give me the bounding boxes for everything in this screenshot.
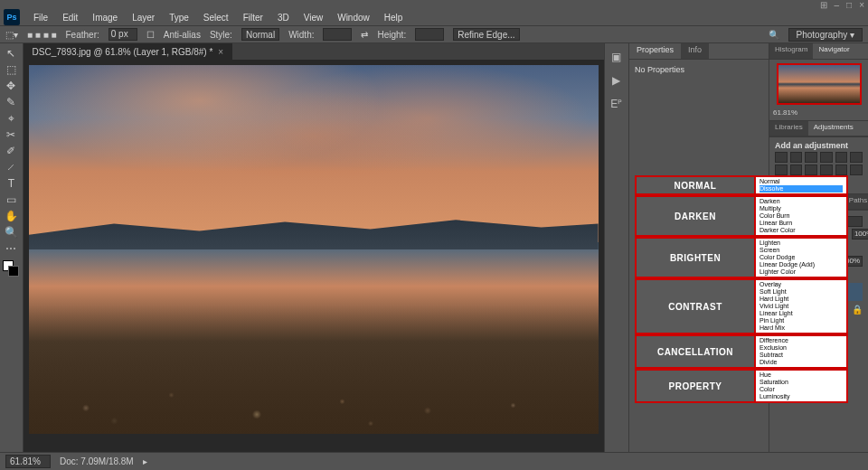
blend-mode-option[interactable]: Screen: [760, 247, 843, 254]
adj-icon[interactable]: [790, 164, 803, 175]
blend-mode-option[interactable]: Divide: [760, 359, 843, 366]
document-tab[interactable]: DSC_7893.jpg @ 61.8% (Layer 1, RGB/8#) *…: [24, 43, 233, 60]
hand-tool[interactable]: ✋: [1, 208, 21, 224]
blend-mode-option[interactable]: Vivid Light: [760, 303, 843, 310]
shape-tool[interactable]: ▭: [1, 192, 21, 208]
navigator-zoom[interactable]: 61.81%: [773, 108, 797, 117]
type-tool[interactable]: T: [1, 175, 21, 192]
history-icon[interactable]: ▣: [609, 49, 625, 65]
menu-edit[interactable]: Edit: [56, 11, 84, 24]
ep-icon[interactable]: Eᴾ: [609, 96, 625, 112]
adj-icon[interactable]: [805, 152, 817, 163]
maximize-icon[interactable]: □: [846, 0, 852, 10]
menu-image[interactable]: Image: [86, 11, 124, 24]
zoom-tool[interactable]: 🔍: [1, 224, 21, 240]
blend-mode-option[interactable]: Color: [760, 386, 843, 393]
adj-icon[interactable]: [820, 164, 833, 175]
menu-filter[interactable]: Filter: [237, 11, 269, 24]
blend-category-contrast: CONTRAST: [635, 278, 756, 334]
chevron-right-icon[interactable]: ▸: [143, 456, 147, 466]
menu-select[interactable]: Select: [197, 11, 235, 24]
menu-window[interactable]: Window: [331, 11, 376, 24]
feather-input[interactable]: 0 px: [108, 28, 137, 41]
adj-icon[interactable]: [790, 152, 803, 163]
wand-tool[interactable]: ✎: [1, 94, 21, 110]
blend-mode-option[interactable]: Hue: [760, 371, 843, 379]
refine-edge-button[interactable]: Refine Edge...: [453, 28, 519, 41]
close-tab-icon[interactable]: ×: [218, 47, 223, 57]
menu-type[interactable]: Type: [163, 11, 195, 24]
blend-mode-option[interactable]: Difference: [760, 337, 843, 344]
close-icon[interactable]: ×: [859, 0, 864, 10]
height-input[interactable]: [415, 28, 444, 41]
tab-info[interactable]: Info: [681, 43, 709, 59]
width-input[interactable]: [323, 28, 352, 41]
blend-mode-option[interactable]: Darker Color: [760, 227, 843, 234]
blend-mode-option[interactable]: Hard Mix: [760, 324, 843, 332]
blend-mode-option[interactable]: Subtract: [760, 352, 843, 359]
collapsed-panels: ▣ ▶ Eᴾ: [604, 43, 628, 452]
blend-mode-option[interactable]: Overlay: [760, 281, 843, 288]
pen-tool[interactable]: ⟋: [1, 159, 21, 175]
menu-layer[interactable]: Layer: [126, 11, 161, 24]
search-icon[interactable]: 🔍: [769, 30, 779, 40]
adj-icon[interactable]: [850, 152, 863, 163]
tab-adjustments[interactable]: Adjustments: [808, 121, 859, 136]
blend-mode-option[interactable]: Darken: [760, 198, 843, 205]
adj-icon[interactable]: [775, 152, 788, 163]
blend-mode-option[interactable]: Linear Dodge (Add): [760, 261, 843, 268]
blend-mode-option[interactable]: Multiply: [760, 205, 843, 212]
menu-3d[interactable]: 3D: [271, 11, 296, 24]
blend-group-list: DifferenceExclusionSubtractDivide: [756, 334, 848, 369]
tab-properties[interactable]: Properties: [629, 43, 681, 59]
menu-view[interactable]: View: [297, 11, 330, 24]
blend-mode-option[interactable]: Dissolve: [760, 185, 843, 193]
actions-icon[interactable]: ▶: [609, 72, 625, 89]
menu-help[interactable]: Help: [378, 11, 410, 24]
tab-histogram[interactable]: Histogram: [769, 43, 813, 59]
menu-file[interactable]: File: [27, 11, 54, 24]
style-select[interactable]: Normal: [241, 28, 279, 41]
blend-mode-option[interactable]: Saturation: [760, 379, 843, 386]
antialias-label: Anti-alias: [164, 30, 201, 40]
adj-icon[interactable]: [805, 164, 817, 175]
move-tool[interactable]: ↖: [1, 45, 21, 61]
blend-mode-option[interactable]: Lighter Color: [760, 268, 843, 276]
lasso-tool[interactable]: ✥: [1, 78, 21, 94]
blend-group-list: OverlaySoft LightHard LightVivid LightLi…: [756, 278, 848, 334]
blend-mode-option[interactable]: Soft Light: [760, 288, 843, 296]
tab-navigator[interactable]: Navigator: [813, 43, 854, 59]
marquee-icon[interactable]: ⬚▾: [5, 30, 18, 40]
navigator-thumbnail[interactable]: [777, 63, 862, 105]
adj-icon[interactable]: [835, 152, 848, 163]
blend-mode-option[interactable]: Color Burn: [760, 212, 843, 220]
blend-mode-option[interactable]: Linear Burn: [760, 220, 843, 227]
blend-mode-option[interactable]: Luminosity: [760, 393, 843, 400]
blend-mode-option[interactable]: Color Dodge: [760, 254, 843, 261]
canvas[interactable]: [29, 65, 599, 434]
eyedropper-tool[interactable]: ✂: [1, 127, 21, 143]
marquee-tool[interactable]: ⬚: [1, 61, 21, 78]
blend-mode-option[interactable]: Pin Light: [760, 317, 843, 324]
brush-tool[interactable]: ✐: [1, 143, 21, 159]
minimize-icon[interactable]: –: [835, 0, 840, 10]
blend-mode-option[interactable]: Hard Light: [760, 296, 843, 303]
blend-mode-option[interactable]: Normal: [760, 178, 843, 185]
crop-tool[interactable]: ⌖: [1, 110, 21, 127]
blend-mode-option[interactable]: Lighten: [760, 240, 843, 247]
blend-category-darken: DARKEN: [635, 195, 756, 237]
app-logo: Ps: [4, 9, 20, 25]
adj-icon[interactable]: [775, 164, 788, 175]
adj-icon[interactable]: [835, 164, 848, 175]
blend-mode-option[interactable]: Exclusion: [760, 344, 843, 352]
adj-icon[interactable]: [820, 152, 833, 163]
color-swatch[interactable]: [3, 260, 19, 277]
more-tools[interactable]: ⋯: [1, 240, 21, 257]
zoom-input[interactable]: 61.81%: [5, 455, 51, 468]
workspace-select[interactable]: Photography ▾: [788, 28, 863, 42]
blend-mode-option[interactable]: Linear Light: [760, 310, 843, 317]
adj-icon[interactable]: [850, 164, 863, 175]
opacity-input[interactable]: 100%: [852, 229, 868, 240]
tab-libraries[interactable]: Libraries: [769, 121, 808, 136]
extra-icon[interactable]: ⊞: [820, 0, 827, 10]
